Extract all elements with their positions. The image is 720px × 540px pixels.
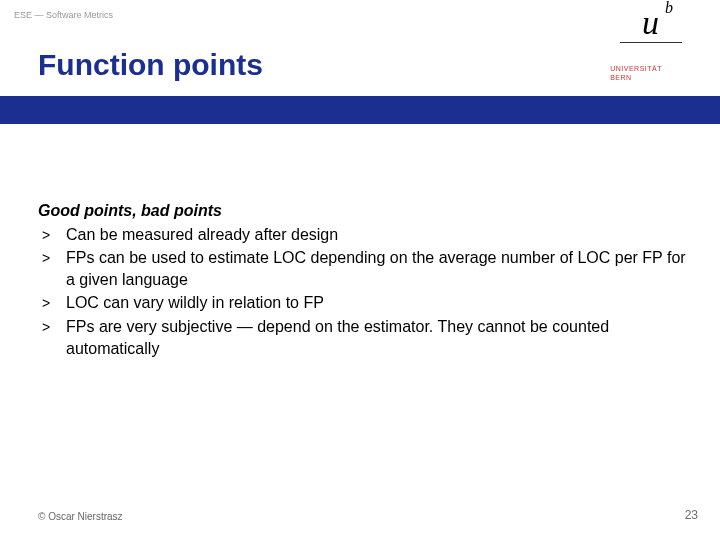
bullet-marker-icon: > <box>38 316 66 337</box>
university-line1: UNIVERSITÄT <box>610 65 662 72</box>
bullet-marker-icon: > <box>38 247 66 268</box>
logo-u-text: u <box>642 4 659 41</box>
bullet-marker-icon: > <box>38 224 66 245</box>
header-label: ESE — Software Metrics <box>14 10 113 20</box>
slide-title: Function points <box>38 48 263 82</box>
bullet-marker-icon: > <box>38 292 66 313</box>
bullet-text: Can be measured already after design <box>66 224 690 246</box>
content-block: Good points, bad points > Can be measure… <box>38 200 690 361</box>
content-subheading: Good points, bad points <box>38 200 690 222</box>
logo-divider <box>620 42 682 43</box>
footer-page-number: 23 <box>685 508 698 522</box>
logo-letter-u: u b <box>642 6 659 40</box>
logo-letter-b: b <box>665 0 673 16</box>
bullet-text: LOC can vary wildly in relation to FP <box>66 292 690 314</box>
bullet-text: FPs are very subjective — depend on the … <box>66 316 690 359</box>
bullet-list: > Can be measured already after design >… <box>38 224 690 360</box>
university-name: UNIVERSITÄT BERN <box>610 64 662 82</box>
list-item: > FPs are very subjective — depend on th… <box>38 316 690 359</box>
list-item: > Can be measured already after design <box>38 224 690 246</box>
list-item: > LOC can vary wildly in relation to FP <box>38 292 690 314</box>
bullet-text: FPs can be used to estimate LOC dependin… <box>66 247 690 290</box>
slide: ESE — Software Metrics Function points u… <box>0 0 720 540</box>
title-bar <box>0 96 720 124</box>
list-item: > FPs can be used to estimate LOC depend… <box>38 247 690 290</box>
footer-copyright: © Oscar Nierstrasz <box>38 511 123 522</box>
university-line2: BERN <box>610 74 631 81</box>
